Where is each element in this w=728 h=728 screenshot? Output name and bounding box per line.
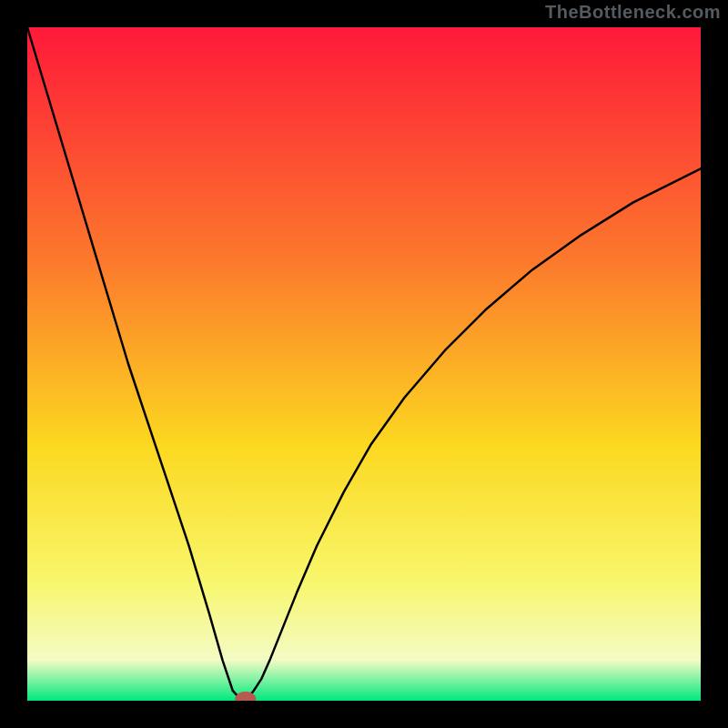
chart-frame: TheBottleneck.com <box>0 0 728 728</box>
bottleneck-plot <box>27 27 701 701</box>
watermark-text: TheBottleneck.com <box>545 2 721 23</box>
